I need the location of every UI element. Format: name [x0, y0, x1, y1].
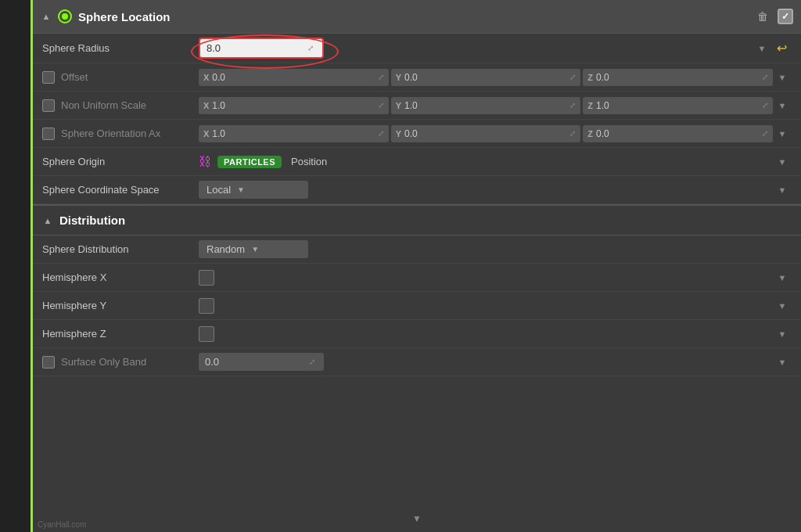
- hemisphere-y-row: Hemisphere Y ▼: [33, 292, 801, 320]
- surface-band-expand-icon: ⤢: [307, 357, 318, 368]
- non-uniform-scale-checkbox[interactable]: [42, 99, 55, 112]
- surface-only-band-value: 0.0 ⤢: [199, 353, 773, 371]
- origin-position-label: Position: [291, 156, 327, 167]
- hemisphere-x-value: [199, 270, 773, 286]
- sphere-dist-dropdown-arrow: ▼: [251, 245, 259, 253]
- orientation-x-field[interactable]: X 1.0 ⤢: [199, 125, 389, 142]
- sphere-radius-row: Sphere Radius 8.0 ⤢ ▼ ↩: [33, 34, 801, 63]
- sphere-distribution-label: Sphere Distribution: [42, 243, 199, 255]
- scale-x-field[interactable]: X 1.0 ⤢: [199, 97, 389, 114]
- hemisphere-z-arrow[interactable]: ▼: [773, 325, 792, 343]
- orientation-xyz: X 1.0 ⤢ Y 0.0 ⤢ Z 0.0 ⤢: [199, 125, 773, 142]
- delete-button[interactable]: 🗑: [753, 6, 773, 27]
- offset-y-field[interactable]: Y 0.0 ⤢: [391, 69, 581, 86]
- surface-only-band-checkbox[interactable]: [42, 356, 55, 368]
- hemisphere-z-checkbox[interactable]: [199, 326, 214, 342]
- orientation-axis-row: Sphere Orientation Ax X 1.0 ⤢ Y 0.0 ⤢: [33, 120, 801, 148]
- expand-icon: ⤢: [305, 43, 316, 54]
- hemisphere-x-row: Hemisphere X ▼: [33, 264, 801, 292]
- collapse-arrow-icon[interactable]: ▲: [41, 11, 52, 22]
- sphere-location-header: ▲ Sphere Location 🗑: [33, 0, 801, 34]
- sphere-origin-value: ⛓ PARTICLES Position: [199, 155, 773, 169]
- hemisphere-x-arrow[interactable]: ▼: [773, 268, 792, 287]
- orientation-axis-value: X 1.0 ⤢ Y 0.0 ⤢ Z 0.0 ⤢: [199, 125, 773, 142]
- row-dropdown-arrow[interactable]: ▼: [753, 39, 771, 58]
- offset-x-field[interactable]: X 0.0 ⤢: [199, 69, 389, 86]
- enable-checkbox[interactable]: [778, 9, 793, 24]
- hemisphere-y-label: Hemisphere Y: [42, 300, 199, 311]
- distribution-header: ▲ Distribution: [33, 206, 801, 235]
- section-title: Sphere Location: [78, 10, 746, 23]
- scale-y-field[interactable]: Y 1.0 ⤢: [391, 97, 581, 114]
- reset-icon[interactable]: ↩: [771, 38, 792, 59]
- non-uniform-scale-label: Non Uniform Scale: [42, 99, 199, 112]
- orientation-dropdown[interactable]: ▼: [773, 124, 792, 143]
- hemisphere-z-row: Hemisphere Z ▼: [33, 320, 801, 348]
- coordinate-space-dropdown[interactable]: Local ▼: [199, 181, 308, 199]
- orientation-z-field[interactable]: Z 0.0 ⤢: [583, 125, 773, 142]
- hemisphere-x-checkbox[interactable]: [199, 270, 214, 286]
- section-icon-dot: [62, 13, 68, 20]
- section-actions: 🗑: [753, 6, 793, 27]
- sphere-radius-label: Sphere Radius: [42, 42, 199, 54]
- sphere-radius-value: 8.0 ⤢: [199, 38, 753, 59]
- content-area: ▲ Sphere Location 🗑 Sphere Radius 8.0 ⤢ …: [33, 0, 801, 532]
- offset-label: Offset: [42, 71, 199, 84]
- coordinate-space-value: Local ▼: [199, 181, 773, 199]
- sphere-radius-input[interactable]: 8.0 ⤢: [199, 38, 324, 59]
- left-sidebar: [0, 0, 33, 532]
- orientation-axis-label: Sphere Orientation Ax: [42, 128, 199, 140]
- main-container: ▲ Sphere Location 🗑 Sphere Radius 8.0 ⤢ …: [0, 0, 801, 532]
- watermark-text: CyanHall.com: [38, 520, 86, 529]
- surface-only-band-label: Surface Only Band: [42, 356, 199, 368]
- non-uniform-scale-row: Non Uniform Scale X 1.0 ⤢ Y 1.0 ⤢ Z: [33, 92, 801, 120]
- scroll-down-arrow[interactable]: ▼: [412, 513, 422, 524]
- dropdown-arrow-icon: ▼: [237, 185, 245, 194]
- sphere-distribution-value: Random ▼: [199, 240, 792, 258]
- offset-row: Offset X 0.0 ⤢ Y 0.0 ⤢ Z 0: [33, 63, 801, 92]
- coordinate-space-row: Sphere Coordinate Space Local ▼ ▼: [33, 176, 801, 204]
- surface-band-arrow[interactable]: ▼: [773, 353, 792, 372]
- offset-value: X 0.0 ⤢ Y 0.0 ⤢ Z 0.0 ⤢: [199, 69, 773, 86]
- hemisphere-z-label: Hemisphere Z: [42, 328, 199, 340]
- sphere-origin-label: Sphere Origin: [42, 156, 199, 167]
- coordinate-space-row-arrow[interactable]: ▼: [773, 181, 792, 200]
- non-uniform-scale-value: X 1.0 ⤢ Y 1.0 ⤢ Z 1.0 ⤢: [199, 97, 773, 114]
- offset-dropdown[interactable]: ▼: [773, 68, 792, 87]
- hemisphere-y-value: [199, 298, 773, 314]
- section-icon: [58, 9, 72, 23]
- hemisphere-y-arrow[interactable]: ▼: [773, 297, 792, 315]
- orientation-checkbox[interactable]: [42, 128, 55, 140]
- coordinate-space-label: Sphere Coordinate Space: [42, 184, 199, 196]
- surface-only-band-input[interactable]: 0.0 ⤢: [199, 353, 324, 371]
- scale-z-field[interactable]: Z 1.0 ⤢: [583, 97, 773, 114]
- offset-checkbox[interactable]: [42, 71, 55, 84]
- distribution-collapse-icon[interactable]: ▲: [42, 215, 53, 226]
- surface-only-band-row: Surface Only Band 0.0 ⤢ ▼: [33, 348, 801, 376]
- particles-badge[interactable]: PARTICLES: [217, 156, 282, 168]
- distribution-title: Distribution: [59, 214, 125, 227]
- offset-z-field[interactable]: Z 0.0 ⤢: [583, 69, 773, 86]
- link-icon: ⛓: [199, 155, 211, 169]
- origin-dropdown[interactable]: ▼: [773, 153, 792, 171]
- offset-xyz: X 0.0 ⤢ Y 0.0 ⤢ Z 0.0 ⤢: [199, 69, 773, 86]
- orientation-y-field[interactable]: Y 0.0 ⤢: [391, 125, 581, 142]
- hemisphere-y-checkbox[interactable]: [199, 298, 214, 314]
- sphere-distribution-dropdown[interactable]: Random ▼: [199, 240, 308, 258]
- sphere-origin-row: Sphere Origin ⛓ PARTICLES Position ▼: [33, 148, 801, 176]
- sphere-distribution-row: Sphere Distribution Random ▼: [33, 235, 801, 264]
- hemisphere-z-value: [199, 326, 773, 342]
- scale-dropdown[interactable]: ▼: [773, 96, 792, 115]
- scale-xyz: X 1.0 ⤢ Y 1.0 ⤢ Z 1.0 ⤢: [199, 97, 773, 114]
- hemisphere-x-label: Hemisphere X: [42, 271, 199, 283]
